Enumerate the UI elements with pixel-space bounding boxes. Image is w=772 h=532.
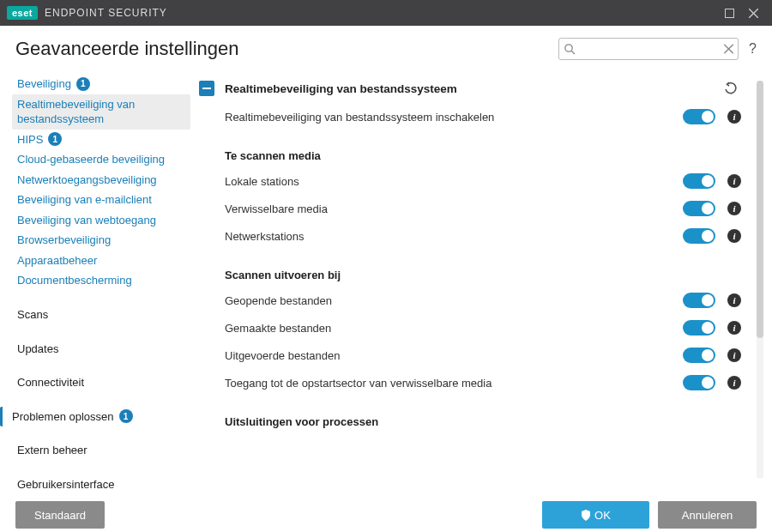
header: Geavanceerde instellingen ? [0, 26, 772, 69]
setting-row-scanon-3: Toegang tot de opstartsector van verwiss… [199, 369, 741, 396]
sidebar-item-15[interactable]: Gebruikersinterface [12, 475, 190, 491]
main-scroll: Realtimebeveiliging van bestandssysteem … [199, 74, 757, 486]
sidebar-item-label: Beveiliging van webtoegang [17, 213, 156, 228]
sidebar-item-label: Connectiviteit [17, 375, 84, 390]
setting-row-scanon-1: Gemaakte bestandeni [199, 314, 741, 342]
ok-button[interactable]: OK [542, 501, 649, 529]
sidebar-item-0[interactable]: Beveiliging1 [12, 74, 190, 94]
product-name: ENDPOINT SECURITY [45, 7, 167, 19]
info-icon[interactable]: i [727, 293, 741, 307]
info-icon[interactable]: i [727, 348, 741, 362]
sidebar-item-6[interactable]: Beveiliging van webtoegang [12, 210, 190, 231]
search-icon [564, 43, 576, 55]
toggle[interactable] [683, 375, 715, 390]
sidebar-item-11[interactable]: Updates [12, 339, 190, 360]
sidebar-item-label: HIPS [17, 132, 43, 148]
sidebar-item-4[interactable]: Netwerktoegangsbeveiliging [12, 170, 190, 190]
subhead-exclusions: Uitsluitingen voor processen [199, 396, 741, 433]
default-button[interactable]: Standaard [15, 501, 105, 529]
svg-point-3 [565, 45, 572, 51]
titlebar: eset ENDPOINT SECURITY [0, 0, 772, 26]
setting-row-scanon-2: Uitgevoerde bestandeni [199, 342, 741, 369]
sidebar-item-label: Realtimebeveiliging van bestandssysteem [17, 97, 185, 127]
ok-label: OK [594, 509, 611, 522]
setting-label: Uitgevoerde bestanden [225, 349, 683, 362]
sidebar-item-label: Updates [17, 342, 58, 357]
scrollbar[interactable] [757, 81, 763, 479]
brand-badge: eset [7, 6, 38, 20]
help-icon[interactable]: ? [749, 41, 757, 57]
toggle[interactable] [683, 320, 715, 336]
collapse-icon[interactable] [199, 81, 214, 96]
svg-line-4 [571, 51, 575, 54]
badge: 1 [48, 132, 62, 146]
sidebar-item-label: Scans [17, 307, 48, 323]
info-icon[interactable]: i [727, 229, 741, 243]
sidebar-item-5[interactable]: Beveiliging van e-mailclient [12, 190, 190, 210]
setting-label: Verwisselbare media [225, 203, 683, 215]
sidebar-item-2[interactable]: HIPS1 [12, 130, 190, 150]
sidebar-item-3[interactable]: Cloud-gebaseerde beveiliging [12, 149, 190, 170]
svg-rect-7 [202, 88, 211, 89]
setting-row-scanon-0: Geopende bestandeni [199, 287, 741, 314]
subhead-scan-on: Scannen uitvoeren bij [199, 250, 741, 287]
sidebar-item-label: Cloud-gebaseerde beveiliging [17, 152, 165, 167]
search-input[interactable] [558, 38, 739, 60]
svg-rect-0 [725, 9, 733, 17]
setting-row-enable-0: Realtimebeveiliging van bestandssysteem … [199, 103, 741, 130]
search-wrapper [558, 38, 739, 60]
sidebar-item-12[interactable]: Connectiviteit [12, 372, 190, 393]
cancel-button[interactable]: Annuleren [658, 501, 757, 529]
toggle[interactable] [683, 201, 715, 216]
sidebar-item-label: Gebruikersinterface [17, 477, 114, 491]
toggle[interactable] [683, 348, 715, 363]
sidebar-item-label: Apparaatbeheer [17, 253, 97, 269]
sidebar-item-label: Netwerktoegangsbeveiliging [17, 172, 157, 188]
badge: 1 [119, 409, 133, 423]
scrollbar-thumb[interactable] [757, 81, 763, 338]
sidebar-item-8[interactable]: Apparaatbeheer [12, 251, 190, 271]
sidebar-item-14[interactable]: Extern beheer [12, 440, 190, 461]
undo-icon[interactable] [721, 82, 741, 95]
sidebar-item-label: Extern beheer [17, 443, 87, 458]
toggle[interactable] [683, 109, 715, 124]
page-title: Geavanceerde instellingen [15, 38, 239, 60]
main-panel: Realtimebeveiliging van bestandssysteem … [199, 69, 772, 491]
subhead-media: Te scannen media [199, 130, 741, 167]
setting-label: Realtimebeveiliging van bestandssysteem … [225, 111, 683, 124]
setting-row-media-2: Netwerkstationsi [199, 222, 741, 250]
info-icon[interactable]: i [727, 202, 741, 215]
sidebar-item-1[interactable]: Realtimebeveiliging van bestandssysteem [12, 94, 190, 130]
setting-row-media-0: Lokale stationsi [199, 167, 741, 195]
sidebar-item-10[interactable]: Scans [12, 305, 190, 325]
section-title: Realtimebeveiliging van bestandssysteem [225, 82, 721, 95]
sidebar: Beveiliging1Realtimebeveiliging van best… [0, 69, 199, 491]
setting-label: Geopende bestanden [225, 294, 683, 307]
sidebar-item-label: Browserbeveiliging [17, 233, 111, 248]
info-icon[interactable]: i [727, 321, 741, 335]
info-icon[interactable]: i [727, 376, 741, 390]
setting-row-media-1: Verwisselbare mediai [199, 195, 741, 222]
badge: 1 [76, 77, 90, 91]
info-icon[interactable]: i [727, 110, 741, 124]
info-icon[interactable]: i [727, 174, 741, 188]
close-icon[interactable] [741, 4, 765, 21]
sidebar-item-9[interactable]: Documentbescherming [12, 270, 190, 291]
sidebar-item-7[interactable]: Browserbeveiliging [12, 230, 190, 251]
sidebar-item-label: Documentbescherming [17, 273, 132, 288]
shield-icon [581, 510, 591, 521]
sidebar-item-label: Beveiliging van e-mailclient [17, 192, 152, 208]
clear-search-icon[interactable] [724, 45, 733, 54]
setting-label: Lokale stations [225, 175, 683, 188]
setting-label: Toegang tot de opstartsector van verwiss… [225, 377, 683, 390]
section-header: Realtimebeveiliging van bestandssysteem [199, 74, 741, 103]
setting-label: Netwerkstations [225, 230, 683, 243]
toggle[interactable] [683, 173, 715, 189]
setting-label: Gemaakte bestanden [225, 322, 683, 335]
maximize-icon[interactable] [717, 4, 741, 21]
toggle[interactable] [683, 228, 715, 244]
footer: Standaard OK Annuleren [0, 491, 772, 532]
sidebar-item-13[interactable]: Problemen oplossen1 [0, 407, 190, 427]
sidebar-item-label: Beveiliging [17, 76, 71, 92]
toggle[interactable] [683, 293, 715, 308]
